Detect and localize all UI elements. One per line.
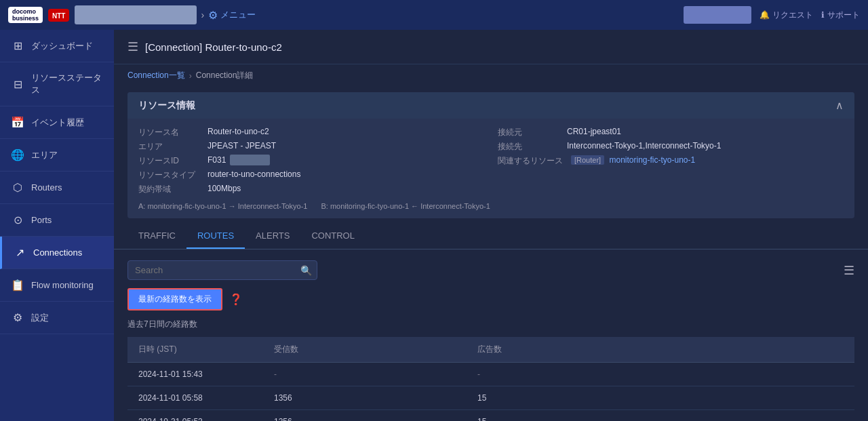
refresh-routes-button[interactable]: 最新の経路数を表示 [127, 288, 222, 310]
tab-alerts[interactable]: ALERTS [245, 224, 300, 249]
search-input[interactable] [127, 260, 317, 280]
sidebar-item-label: 設定 [31, 312, 49, 324]
sidebar-item-label: リソースステータス [31, 72, 103, 96]
search-wrap: 🔍 [127, 260, 317, 280]
hamburger-icon: ☰ [127, 39, 138, 54]
cell-received: 1356 [263, 386, 467, 410]
resource-name-value: Router-to-uno-c2 [208, 127, 269, 136]
resource-section-title: リソース情報 [138, 100, 195, 112]
col-advertised: 広告数 [467, 337, 854, 363]
resource-related-link[interactable]: monitoring-fic-tyo-uno-1 [609, 155, 695, 165]
sidebar-item-event-history[interactable]: 📅 イベント履歴 [0, 106, 114, 139]
menu-icon: ⚙ [208, 9, 218, 22]
topbar-left: docomobusiness NTT › ⚙ メニュー [8, 5, 256, 24]
table-body: 2024-11-01 15:43--2024-11-01 05:58135615… [127, 363, 854, 422]
request-label: リクエスト [772, 9, 813, 21]
sidebar: ⊞ ダッシュボード ⊟ リソースステータス 📅 イベント履歴 🌐 エリア ⬡ R… [0, 30, 114, 421]
resource-header: リソース情報 ∧ [127, 92, 854, 119]
sidebar-item-label: イベント履歴 [31, 117, 84, 129]
sidebar-item-ports[interactable]: ⊙ Ports [0, 204, 114, 237]
resource-col-left: リソース名 Router-to-uno-c2 エリア JPEAST - JPEA… [138, 125, 484, 197]
resource-row-area: エリア JPEAST - JPEAST [138, 140, 484, 154]
search-row: 🔍 ☰ [127, 260, 854, 280]
resource-related-tag: [Router] [571, 155, 604, 165]
table-row: 2024-10-31 05:52135615 [127, 410, 854, 422]
sidebar-item-label: Flow monitoring [31, 280, 94, 290]
request-button[interactable]: 🔔 リクエスト [760, 9, 813, 21]
tab-traffic[interactable]: TRAFFIC [127, 224, 186, 249]
resource-bandwidth-label: 契約帯域 [138, 184, 199, 195]
support-button[interactable]: ℹ サポート [821, 9, 860, 21]
sidebar-item-flow-monitoring[interactable]: 📋 Flow monitoring [0, 269, 114, 302]
menu-label: メニュー [220, 9, 256, 21]
logo-docomo-text: docomobusiness [12, 8, 39, 22]
resource-row-name: リソース名 Router-to-uno-c2 [138, 125, 484, 140]
resource-source-value: CR01-jpeast01 [567, 127, 621, 136]
cell-datetime: 2024-11-01 15:43 [127, 363, 263, 386]
cell-datetime: 2024-10-31 05:52 [127, 410, 263, 422]
resource-area-value: JPEAST - JPEAST [208, 141, 276, 151]
cell-received: - [263, 363, 467, 386]
resource-id-label: リソースID [138, 155, 199, 167]
breadcrumb-list-link[interactable]: Connection一覧 [127, 70, 185, 81]
cell-advertised: 15 [467, 410, 854, 422]
resource-dest-label: 接続先 [498, 141, 559, 153]
content-area: ☰ [Connection] Router-to-uno-c2 Connecti… [114, 30, 868, 421]
flow-monitoring-icon: 📋 [11, 279, 24, 292]
resource-row-related: 関連するリソース [Router] monitoring-fic-tyo-uno… [498, 154, 844, 168]
breadcrumb-nav: › ⚙ メニュー [75, 5, 256, 24]
logo-ntt: NTT [48, 9, 69, 22]
menu-button[interactable]: ⚙ メニュー [208, 9, 256, 22]
cell-datetime: 2024-11-01 05:58 [127, 386, 263, 410]
connections-icon: ↗ [13, 246, 26, 259]
breadcrumb-input[interactable] [75, 5, 197, 24]
resource-col-right: 接続元 CR01-jpeast01 接続先 Interconnect-Tokyo… [498, 125, 844, 197]
resource-path: A: monitoring-fic-tyo-uno-1 → Interconne… [138, 199, 844, 210]
resource-row-bandwidth: 契約帯域 100Mbps [138, 182, 484, 197]
resource-row-source: 接続元 CR01-jpeast01 [498, 125, 844, 140]
sidebar-item-dashboard[interactable]: ⊞ ダッシュボード [0, 30, 114, 62]
sidebar-item-routers[interactable]: ⬡ Routers [0, 172, 114, 204]
table-options-icon[interactable]: ☰ [844, 263, 854, 278]
support-label: サポート [827, 9, 860, 21]
area-icon: 🌐 [11, 148, 24, 161]
sidebar-item-label: Routers [31, 182, 62, 193]
resource-bandwidth-value: 100Mbps [208, 184, 241, 193]
path-b: B: monitoring-fic-tyo-uno-1 ← Interconne… [321, 202, 490, 210]
refresh-row: 最新の経路数を表示 ❓ [127, 288, 854, 310]
sidebar-item-connections[interactable]: ↗ Connections [0, 237, 114, 269]
page-header: ☰ [Connection] Router-to-uno-c2 [114, 30, 868, 64]
help-icon[interactable]: ❓ [229, 293, 243, 306]
resource-row-dest: 接続先 Interconnect-Tokyo-1,Interconnect-To… [498, 140, 844, 154]
col-received: 受信数 [263, 337, 467, 363]
sidebar-item-settings[interactable]: ⚙ 設定 [0, 302, 114, 334]
tab-routes[interactable]: ROUTES [186, 224, 245, 249]
sidebar-item-resource-status[interactable]: ⊟ リソースステータス [0, 62, 114, 106]
collapse-icon[interactable]: ∧ [835, 99, 844, 112]
sidebar-item-area[interactable]: 🌐 エリア [0, 139, 114, 172]
settings-icon: ⚙ [11, 311, 24, 324]
resource-row-id: リソースID F031 [138, 154, 484, 168]
resource-related-label: 関連するリソース [498, 155, 563, 167]
cell-advertised: 15 [467, 386, 854, 410]
cell-received: 1356 [263, 410, 467, 422]
resource-type-label: リソースタイプ [138, 169, 199, 181]
routers-icon: ⬡ [11, 181, 24, 194]
resource-id-prefix: F031 [208, 155, 226, 165]
topbar-right: 🔔 リクエスト ℹ サポート [684, 6, 860, 24]
resource-related-value: [Router] monitoring-fic-tyo-uno-1 [571, 155, 695, 165]
main-layout: ⊞ ダッシュボード ⊟ リソースステータス 📅 イベント履歴 🌐 エリア ⬡ R… [0, 30, 868, 421]
breadcrumb-detail: Connection詳細 [196, 70, 254, 81]
resource-id-value: F031 [208, 155, 270, 165]
sidebar-item-label: Connections [33, 247, 82, 258]
breadcrumb-arrow-icon: › [201, 9, 204, 20]
search-icon: 🔍 [300, 265, 312, 276]
tab-control[interactable]: CONTROL [300, 224, 366, 249]
resource-status-icon: ⊟ [11, 78, 24, 91]
user-badge [684, 6, 751, 24]
resource-name-label: リソース名 [138, 127, 199, 138]
breadcrumb-separator: › [189, 71, 192, 81]
tabs: TRAFFIC ROUTES ALERTS CONTROL [114, 224, 868, 249]
table-row: 2024-11-01 05:58135615 [127, 386, 854, 410]
cell-advertised: - [467, 363, 854, 386]
